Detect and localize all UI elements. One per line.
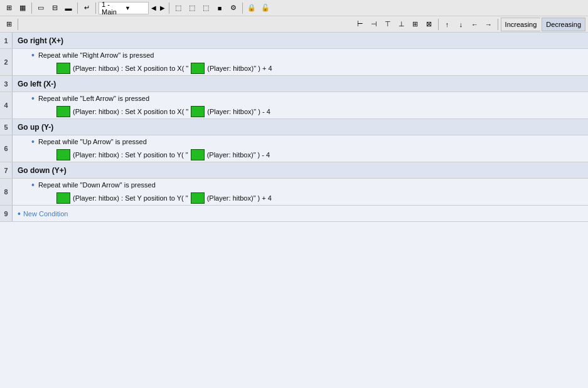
grid-large-icon[interactable]: ▦ — [16, 2, 29, 14]
nav-prev[interactable]: ◀ — [150, 4, 158, 11]
dropdown-label: 1 - Main — [102, 1, 122, 16]
separator-3 — [95, 3, 96, 14]
separator-7 — [438, 19, 439, 30]
group-label: Go down (Y+) — [18, 166, 67, 175]
align-icon-4[interactable]: ⊥ — [395, 18, 408, 31]
separator-1 — [31, 3, 32, 14]
move-icon-4[interactable]: → — [483, 18, 495, 31]
align-icon-1[interactable]: ⊢ — [354, 18, 366, 31]
separator-2 — [77, 3, 78, 14]
condition-row[interactable]: • Repeat while "Right Arrow" is pressed — [13, 49, 588, 61]
hook-icon[interactable]: ↵ — [80, 2, 93, 14]
bullet-icon: • — [31, 137, 35, 147]
table-row: 4 • Repeat while "Left Arrow" is pressed… — [0, 92, 588, 119]
new-condition-row[interactable]: • New Condition — [13, 206, 588, 221]
condition-row[interactable]: • Repeat while "Down Arrow" is pressed — [13, 179, 588, 191]
move-icon-2[interactable]: ↓ — [455, 18, 468, 31]
table-row: 2 • Repeat while "Right Arrow" is presse… — [0, 49, 588, 76]
group-label: Go right (X+) — [18, 36, 63, 45]
row-number: 4 — [0, 92, 13, 118]
align-icon-6[interactable]: ⊠ — [423, 18, 436, 31]
action-text-before: (Player: hitbox) : Set Y position to Y( … — [73, 151, 188, 159]
bullet-icon: • — [31, 50, 35, 60]
row-number: 9 — [0, 206, 13, 221]
bullet-icon: • — [31, 180, 35, 190]
align-icon-5[interactable]: ⊞ — [409, 18, 422, 31]
more-icon[interactable]: ⚙ — [227, 2, 240, 14]
table-row: 1 Go right (X+) — [0, 33, 588, 49]
condition-row[interactable]: • Repeat while "Left Arrow" is pressed — [13, 92, 588, 105]
object-icon-1 — [56, 192, 70, 204]
table-row: 9 • New Condition — [0, 206, 588, 222]
action-text-before: (Player: hitbox) : Set X position to X( … — [73, 65, 188, 72]
action-text-after: (Player: hitbox)" ) - 4 — [207, 108, 270, 115]
panel-right-icon[interactable]: ▬ — [62, 2, 75, 14]
group-label: Go left (X-) — [18, 80, 56, 88]
group-header[interactable]: Go right (X+) — [13, 33, 588, 48]
move-icon-3[interactable]: ← — [469, 18, 481, 31]
row-number: 1 — [0, 33, 13, 48]
lock2-icon[interactable]: 🔓 — [259, 2, 272, 14]
object-icon-1 — [56, 149, 70, 160]
action-text-after: (Player: hitbox)" ) - 4 — [207, 151, 270, 159]
row-number: 2 — [0, 49, 13, 75]
align-icon-2[interactable]: ⊣ — [368, 18, 380, 31]
toolbar-2: ⊞ ⊢ ⊣ ⊤ ⊥ ⊞ ⊠ ↑ ↓ ← → Increasing Decreas… — [0, 16, 588, 33]
action-text-after: (Player: hitbox)" ) + 4 — [207, 65, 272, 72]
action-text-after: (Player: hitbox)" ) + 4 — [207, 194, 272, 202]
object-icon-2 — [191, 63, 205, 74]
condition-row[interactable]: • Repeat while "Up Arrow" is pressed — [13, 135, 588, 148]
separator-8 — [498, 19, 498, 30]
grid-small-icon[interactable]: ⊞ — [3, 2, 15, 14]
panel-grid-icon[interactable]: ⊟ — [48, 2, 61, 14]
condition-text: Repeat while "Up Arrow" is pressed — [38, 138, 147, 145]
lock-icon[interactable]: 🔒 — [245, 2, 258, 14]
align-icon-3[interactable]: ⊤ — [382, 18, 394, 31]
global-add-icon[interactable]: ⬚ — [200, 2, 212, 14]
object-icon-2 — [191, 149, 205, 160]
action-row[interactable]: (Player: hitbox) : Set Y position to Y( … — [13, 191, 588, 205]
object-icon-1 — [56, 106, 70, 117]
decreasing-button[interactable]: Decreasing — [542, 18, 585, 31]
panel-left-icon[interactable]: ▭ — [35, 2, 47, 14]
group-header[interactable]: Go up (Y-) — [13, 119, 588, 135]
row-number: 6 — [0, 135, 13, 162]
separator-6 — [18, 19, 18, 30]
table-row: 6 • Repeat while "Up Arrow" is pressed (… — [0, 135, 588, 162]
main-dropdown[interactable]: 1 - Main ▼ — [99, 2, 149, 14]
toolbar-1: ⊞ ▦ ▭ ⊟ ▬ ↵ 1 - Main ▼ ◀ ▶ ⬚ ⬚ ⬚ ■ ⚙ 🔒 🔓 — [0, 0, 588, 16]
increasing-button[interactable]: Increasing — [501, 18, 541, 31]
row-number: 7 — [0, 162, 13, 178]
group-header[interactable]: Go down (Y+) — [13, 162, 588, 178]
table-row: 7 Go down (Y+) — [0, 162, 588, 179]
separator-4 — [169, 3, 169, 14]
subevent-add-icon[interactable]: ⬚ — [186, 2, 198, 14]
stop-icon[interactable]: ■ — [213, 2, 226, 14]
table-row: 5 Go up (Y-) — [0, 119, 588, 135]
bullet-icon: • — [31, 93, 35, 103]
new-condition-label: New Condition — [23, 210, 68, 218]
dropdown-arrow: ▼ — [125, 5, 146, 11]
row-number: 8 — [0, 179, 13, 205]
condition-text: Repeat while "Down Arrow" is pressed — [38, 181, 156, 189]
action-text-before: (Player: hitbox) : Set Y position to Y( … — [73, 194, 188, 202]
object-icon-2 — [191, 106, 205, 117]
nav-next[interactable]: ▶ — [159, 4, 166, 11]
separator-5 — [242, 3, 243, 14]
action-row[interactable]: (Player: hitbox) : Set Y position to Y( … — [13, 148, 588, 162]
table-icon[interactable]: ⊞ — [3, 18, 15, 31]
condition-text: Repeat while "Right Arrow" is pressed — [38, 51, 154, 59]
table-row: 3 Go left (X-) — [0, 76, 588, 92]
action-row[interactable]: (Player: hitbox) : Set X position to X( … — [13, 61, 588, 75]
row-number: 5 — [0, 119, 13, 135]
move-icon-1[interactable]: ↑ — [441, 18, 454, 31]
row-number: 3 — [0, 76, 13, 92]
table-row: 8 • Repeat while "Down Arrow" is pressed… — [0, 179, 588, 206]
condition-text: Repeat while "Left Arrow" is pressed — [38, 95, 149, 102]
group-header[interactable]: Go left (X-) — [13, 76, 588, 92]
event-add-icon[interactable]: ⬚ — [172, 2, 184, 14]
action-row[interactable]: (Player: hitbox) : Set X position to X( … — [13, 105, 588, 118]
action-text-before: (Player: hitbox) : Set X position to X( … — [73, 108, 188, 115]
event-sheet-content: 1 Go right (X+) 2 • Repeat while "Right … — [0, 33, 588, 388]
group-label: Go up (Y-) — [18, 123, 53, 132]
